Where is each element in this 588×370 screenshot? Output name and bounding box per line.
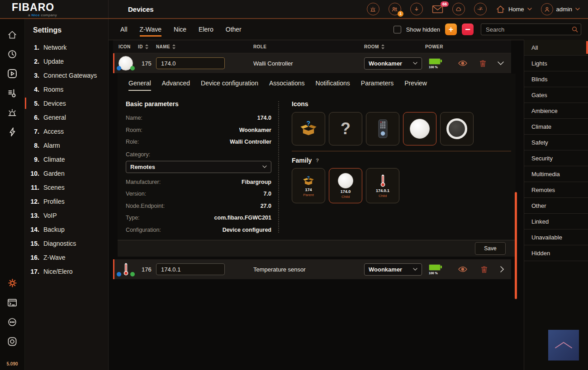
icon-tile-remote-control[interactable] — [366, 112, 399, 145]
settings-menu-item[interactable]: 11. Scenes — [25, 180, 108, 194]
category-sidebar-item[interactable]: Gates — [524, 87, 588, 103]
rail-energy-icon[interactable] — [8, 127, 17, 137]
search-input[interactable] — [481, 23, 581, 35]
rail-terminal-icon[interactable] — [7, 298, 17, 308]
rail-history-icon[interactable] — [7, 49, 17, 59]
rail-home-icon[interactable] — [7, 30, 17, 40]
family-tile-current[interactable]: 174.0 Child — [329, 168, 362, 203]
rail-media-icon[interactable] — [7, 69, 17, 79]
settings-menu-item[interactable]: 6. General — [25, 110, 108, 124]
home-selector[interactable]: Home — [496, 5, 532, 14]
mail-icon[interactable]: 66 — [432, 5, 443, 14]
vertical-scrollbar-thumb[interactable] — [515, 192, 517, 299]
detail-tab[interactable]: Advanced — [162, 80, 190, 91]
rail-network-icon[interactable] — [7, 317, 17, 327]
detail-tab[interactable]: General — [128, 80, 151, 91]
settings-menu-item[interactable]: 4. Rooms — [25, 82, 108, 96]
icon-tile-unknown-box[interactable]: ? — [292, 112, 325, 145]
alarm-icon[interactable] — [367, 3, 379, 15]
device-filter-tab[interactable]: Elero — [199, 19, 213, 40]
settings-menu-item[interactable]: 16. Z-Wave — [25, 250, 108, 264]
fibaro-home-center-app: FIBARO a Nice company Devices 1 — [0, 0, 588, 370]
family-tile-child-sensor[interactable]: 174.0.1 Child — [366, 168, 399, 203]
category-sidebar-item[interactable]: Other — [524, 198, 588, 214]
settings-menu-item[interactable]: 14. Backup — [25, 222, 108, 236]
settings-menu-item[interactable]: 8. Alarm — [25, 138, 108, 152]
visibility-eye-icon[interactable] — [458, 266, 468, 272]
category-sidebar-item[interactable]: All — [524, 40, 588, 56]
settings-menu-item[interactable]: 10. Garden — [25, 166, 108, 180]
category-sidebar-item[interactable]: Remotes — [524, 182, 588, 198]
download-icon[interactable] — [410, 3, 423, 15]
visibility-eye-icon[interactable] — [458, 60, 468, 66]
category-sidebar-item[interactable]: Linked — [524, 214, 588, 229]
col-header-id[interactable]: ID — [138, 44, 156, 49]
category-sidebar-item[interactable]: Hidden — [524, 245, 588, 261]
device-filter-tab[interactable]: Nice — [174, 19, 186, 40]
save-button[interactable]: Save — [475, 242, 506, 255]
device-filter-tab[interactable]: Other — [226, 19, 242, 40]
category-sidebar-item[interactable]: Lights — [524, 56, 588, 71]
settings-menu-item[interactable]: 9. Climate — [25, 152, 108, 166]
settings-menu-item[interactable]: 3. Connect Gateways — [25, 68, 108, 82]
search-box — [481, 23, 581, 35]
power-cell: 100 % — [425, 264, 452, 275]
device-filter-tab[interactable]: Z-Wave — [140, 19, 161, 40]
col-header-room[interactable]: ROOM — [364, 44, 425, 49]
remove-device-button[interactable]: − — [462, 23, 474, 35]
settings-menu-item[interactable]: 17. Nice/Elero — [25, 264, 108, 278]
detail-tab[interactable]: Device configuration — [201, 80, 258, 91]
settings-item-label: Rooms — [43, 86, 63, 93]
category-sidebar-item[interactable]: Multimedia — [524, 166, 588, 182]
category-select[interactable]: Remotes — [126, 161, 271, 173]
room-select[interactable]: Woonkamer — [364, 263, 422, 276]
version-label: 5.090 — [6, 361, 18, 366]
category-sidebar-item[interactable]: Security — [524, 150, 588, 166]
settings-item-label: Connect Gateways — [43, 72, 97, 79]
category-sidebar-item[interactable]: Blinds — [524, 71, 588, 87]
weather-icon[interactable] — [452, 3, 465, 15]
rail-climate-icon[interactable] — [7, 88, 17, 98]
rail-settings-gear-icon[interactable] — [7, 278, 18, 288]
expand-chevron-icon[interactable] — [500, 266, 504, 272]
icon-tile-white-button[interactable] — [403, 112, 436, 145]
room-select[interactable]: Woonkamer — [364, 57, 422, 70]
settings-menu-item[interactable]: 1. Network — [25, 40, 108, 54]
category-sidebar-item[interactable]: Unavailable — [524, 229, 588, 245]
icon-tile-dark-button[interactable] — [440, 112, 474, 145]
settings-menu-item[interactable]: 2. Update — [25, 54, 108, 68]
settings-menu-item[interactable]: 7. Access — [25, 124, 108, 138]
category-sidebar-item[interactable]: Safety — [524, 135, 588, 150]
category-sidebar-item[interactable]: Ambience — [524, 103, 588, 119]
family-tile-parent[interactable]: ? 174 Parent — [292, 168, 325, 203]
delete-trash-icon[interactable] — [481, 266, 488, 273]
settings-menu-item[interactable]: 12. Profiles — [25, 194, 108, 208]
users-icon[interactable]: 1 — [389, 3, 401, 15]
detail-tab[interactable]: Preview — [404, 80, 427, 91]
device-name-input[interactable] — [156, 263, 225, 275]
dashboard-icon[interactable] — [474, 3, 487, 15]
icon-tile-question-mark[interactable] — [329, 112, 362, 145]
field-row: Type: com.fibaro.FGWC201 — [126, 212, 271, 224]
detail-tab[interactable]: Associations — [269, 80, 305, 91]
detail-tab[interactable]: Notifications — [316, 80, 350, 91]
user-menu[interactable]: admin — [541, 3, 580, 15]
settings-menu-item[interactable]: 5. Devices — [25, 96, 108, 110]
delete-trash-icon[interactable] — [479, 60, 486, 67]
field-value: Fibargroup — [242, 179, 271, 185]
rail-alarm-icon[interactable] — [7, 108, 17, 117]
svg-text:?: ? — [307, 120, 311, 127]
add-device-button[interactable]: + — [445, 23, 457, 35]
rail-apps-icon[interactable] — [7, 337, 17, 347]
col-header-name[interactable]: NAME — [156, 44, 253, 49]
device-name-input[interactable] — [156, 57, 225, 69]
show-hidden-checkbox[interactable] — [394, 26, 401, 33]
settings-menu-item[interactable]: 15. Diagnostics — [25, 236, 108, 250]
scroll-to-top-button[interactable] — [548, 330, 579, 361]
settings-menu-item[interactable]: 13. VoIP — [25, 208, 108, 222]
family-help-icon[interactable]: ? — [316, 158, 319, 163]
detail-tab[interactable]: Parameters — [361, 80, 394, 91]
collapse-chevron-icon[interactable] — [498, 61, 504, 65]
category-sidebar-item[interactable]: Climate — [524, 119, 588, 135]
device-filter-tab[interactable]: All — [120, 19, 128, 40]
